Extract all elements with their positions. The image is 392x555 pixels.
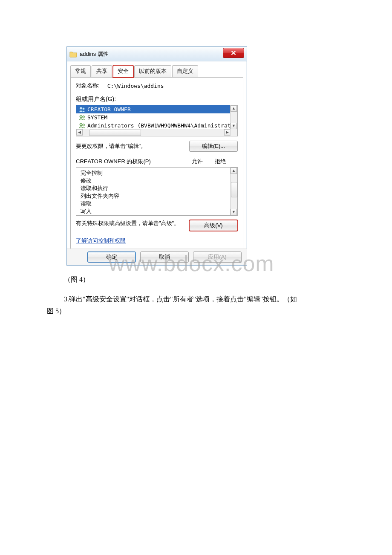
- security-panel: 对象名称: C:\Windows\addins 组或用户名(G): CREATO…: [70, 77, 243, 257]
- permission-item: 列出文件夹内容: [81, 192, 229, 200]
- help-link[interactable]: 了解访问控制和权限: [76, 237, 126, 245]
- svg-point-5: [83, 124, 85, 126]
- instruction-line: 3.弹出"高级安全设置"对话框，点击"所有者"选项，接着点击"编辑"按钮。（如: [47, 293, 345, 305]
- deny-header: 拒绝: [215, 158, 226, 165]
- scroll-left-icon[interactable]: ◀: [76, 129, 83, 136]
- scroll-thumb[interactable]: [89, 130, 141, 136]
- list-item-label: SYSTEM: [87, 114, 107, 121]
- figure-caption: （图 4）: [64, 275, 89, 284]
- horizontal-scrollbar[interactable]: ◀ ▶: [76, 129, 231, 136]
- properties-dialog: addins 属性 常规 共享 安全 以前的版本 自定义 对象名称: C:\Wi…: [66, 46, 247, 266]
- titlebar[interactable]: addins 属性: [67, 47, 247, 61]
- tab-general[interactable]: 常规: [70, 65, 91, 78]
- permissions-header: CREATOR OWNER 的权限(P): [76, 158, 151, 165]
- tab-previous-versions[interactable]: 以前的版本: [134, 65, 171, 78]
- instruction-line: 图 5）: [47, 307, 66, 315]
- groups-label: 组或用户名(G):: [76, 95, 238, 103]
- dialog-button-bar: 确定 取消 应用(A): [67, 249, 247, 265]
- advanced-button[interactable]: 高级(V): [189, 220, 238, 231]
- object-name-label: 对象名称:: [76, 82, 100, 90]
- users-icon: [79, 123, 86, 129]
- tab-strip: 常规 共享 安全 以前的版本 自定义: [67, 61, 247, 77]
- scroll-thumb[interactable]: [231, 182, 237, 197]
- close-button[interactable]: [223, 48, 244, 58]
- list-item-label: Administrators (BVBW1WH9QMWBHW4\Administ…: [87, 122, 238, 129]
- permission-item: 读取: [81, 200, 229, 208]
- vertical-scrollbar[interactable]: ▲ ▼: [230, 168, 237, 215]
- dialog-title: addins 属性: [80, 50, 109, 58]
- scroll-down-icon[interactable]: ▼: [231, 209, 237, 215]
- instruction-text: 3.弹出"高级安全设置"对话框，点击"所有者"选项，接着点击"编辑"按钮。（如 …: [47, 293, 345, 317]
- tab-sharing[interactable]: 共享: [92, 65, 112, 78]
- users-icon: [79, 115, 86, 121]
- permission-item: 修改: [81, 177, 229, 185]
- permission-item: 读取和执行: [81, 185, 229, 192]
- list-item-label: CREATOR OWNER: [87, 106, 131, 113]
- scroll-up-icon[interactable]: ▲: [231, 105, 237, 112]
- edit-hint: 要更改权限，请单击"编辑"。: [76, 142, 146, 150]
- svg-point-2: [80, 115, 82, 118]
- object-path: C:\Windows\addins: [107, 83, 164, 89]
- cancel-button[interactable]: 取消: [140, 251, 189, 263]
- ok-button[interactable]: 确定: [87, 251, 136, 263]
- scroll-up-icon[interactable]: ▲: [231, 168, 237, 174]
- groups-listbox[interactable]: CREATOR OWNER SYSTEM Administrators (BVB…: [76, 105, 238, 136]
- tab-customize[interactable]: 自定义: [172, 65, 198, 78]
- permission-item: 写入: [81, 208, 229, 215]
- permission-item: 完全控制: [81, 169, 229, 177]
- scroll-corner: [230, 129, 237, 136]
- allow-header: 允许: [192, 158, 203, 165]
- list-item[interactable]: SYSTEM: [76, 113, 237, 121]
- users-icon: [79, 107, 86, 113]
- vertical-scrollbar[interactable]: ▲ ▼: [230, 105, 237, 129]
- svg-point-4: [80, 123, 82, 126]
- svg-point-1: [83, 107, 85, 110]
- tab-security[interactable]: 安全: [113, 65, 133, 78]
- edit-button[interactable]: 编辑(E)...: [189, 141, 238, 152]
- advanced-hint: 有关特殊权限或高级设置，请单击"高级"。: [76, 220, 182, 227]
- svg-point-0: [80, 107, 82, 110]
- svg-point-3: [83, 116, 85, 118]
- scroll-right-icon[interactable]: ▶: [224, 129, 231, 136]
- permissions-listbox[interactable]: 完全控制 修改 读取和执行 列出文件夹内容 读取 写入 ▲ ▼: [76, 167, 238, 216]
- scroll-down-icon[interactable]: ▼: [231, 123, 237, 129]
- folder-icon: [69, 51, 77, 58]
- apply-button[interactable]: 应用(A): [193, 251, 242, 263]
- list-item[interactable]: CREATOR OWNER: [76, 105, 237, 113]
